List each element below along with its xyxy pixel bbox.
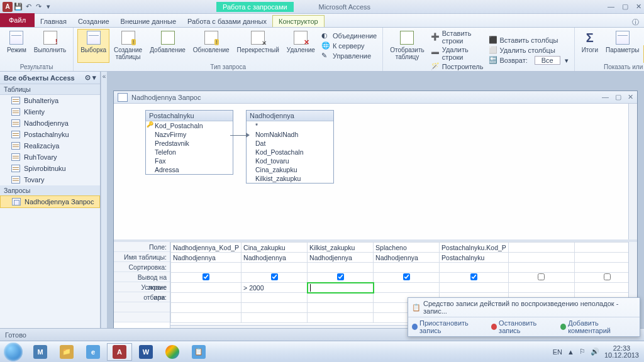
query-window-titlebar[interactable]: Nadhodjennya Запрос — ▢ ✕ — [114, 91, 637, 104]
table-nadhodjennya[interactable]: Nadhodjennya *NomNaklNadhDatKod_Postacha… — [246, 110, 334, 184]
system-tray[interactable]: EN ▲ ⚐ 🔊 22:3310.12.2013 — [548, 345, 644, 359]
qbe-cell[interactable] — [508, 273, 574, 283]
qbe-cell[interactable] — [242, 313, 308, 323]
clock[interactable]: 22:3310.12.2013 — [604, 345, 639, 359]
taskbar-item[interactable]: 📋 — [186, 343, 211, 361]
qbe-cell[interactable] — [508, 253, 574, 263]
crosstab-button[interactable]: Перекрестный — [234, 29, 282, 63]
nav-table-spivrobitnuku[interactable]: Spivrobitnuku — [0, 163, 100, 174]
nav-table-klienty[interactable]: Klienty — [0, 106, 100, 118]
table-header[interactable]: Nadhodjennya — [247, 111, 333, 121]
volume-icon[interactable]: 🔊 — [591, 348, 599, 356]
tab-external-data[interactable]: Внешние данные — [115, 16, 182, 27]
delete-cols-button[interactable]: ⬜Удалить столбцы — [487, 45, 570, 55]
taskbar-item-chrome[interactable] — [160, 343, 185, 361]
win-close-icon[interactable]: ✕ — [628, 93, 633, 101]
qbe-cell[interactable] — [171, 293, 242, 303]
nav-query-item[interactable]: Nadhodjennya Запрос — [0, 195, 100, 208]
qbe-cell[interactable]: Nadhodjennya — [242, 253, 308, 263]
ribbon-help-icon[interactable]: ⓘ — [627, 18, 644, 27]
tray-icon[interactable]: ▲ — [567, 348, 574, 356]
insert-cols-button[interactable]: ⬛Вставить столбцы — [487, 35, 570, 45]
nav-table-nadhodjennya[interactable]: Nadhodjennya — [0, 118, 100, 129]
qbe-cell[interactable]: Cina_zakupku — [242, 243, 308, 253]
qbe-cell[interactable]: Nadhodjennya_Kod_P — [171, 243, 242, 253]
qbe-cell[interactable] — [242, 263, 308, 273]
close-icon[interactable]: ✕ — [636, 3, 641, 11]
win-restore-icon[interactable]: ▢ — [615, 93, 621, 101]
qbe-cell[interactable]: Splacheno — [374, 243, 440, 253]
tab-file[interactable]: Файл — [0, 13, 35, 27]
field-item[interactable]: NomNaklNadh — [247, 130, 333, 139]
show-checkbox[interactable] — [604, 273, 611, 280]
table-postachalnyku[interactable]: Postachalnyku Kod_PostachalnNazvFirmyPre… — [145, 110, 233, 175]
nav-table-ruhtovary[interactable]: RuhTovary — [0, 151, 100, 163]
nav-table-buhalteriya[interactable]: Buhalteriya — [0, 95, 100, 106]
qbe-cell[interactable] — [171, 263, 242, 273]
nav-table-tovary[interactable]: Tovary — [0, 174, 100, 185]
qbe-cell[interactable] — [440, 283, 509, 293]
field-item[interactable]: Adressa — [146, 165, 233, 174]
table-header[interactable]: Postachalnyku — [146, 111, 233, 121]
qbe-cell[interactable] — [171, 313, 242, 323]
qbe-cell[interactable] — [308, 283, 374, 293]
field-item[interactable]: Kod_Postachaln — [247, 148, 333, 156]
qbe-cell[interactable] — [308, 293, 374, 303]
qbe-cell[interactable]: Nadhodjennya — [171, 253, 242, 263]
add-comment-button[interactable]: Добавить комментарий — [560, 319, 636, 334]
qbe-cell[interactable] — [308, 273, 374, 283]
tab-create[interactable]: Создание — [72, 16, 115, 27]
qbe-cell[interactable] — [508, 283, 574, 293]
union-query-button[interactable]: ◐Объединение — [319, 31, 379, 41]
qbe-cell[interactable] — [308, 263, 374, 273]
select-query-button[interactable]: Выборка — [77, 29, 109, 63]
qbe-cell[interactable] — [171, 273, 242, 283]
totals-button[interactable]: ΣИтоги — [579, 29, 601, 63]
qbe-cell[interactable] — [242, 293, 308, 303]
view-button[interactable]: Режим — [4, 29, 30, 63]
field-item[interactable]: * — [247, 121, 333, 130]
show-checkbox[interactable] — [203, 273, 209, 280]
nav-collapse-button[interactable]: « — [101, 72, 107, 341]
field-item[interactable]: Predstavnik — [146, 139, 233, 148]
qat-dropdown-icon[interactable]: ▾ — [44, 3, 53, 11]
qbe-cell[interactable] — [374, 263, 440, 273]
qbe-cell[interactable] — [171, 283, 242, 293]
delete-rows-button[interactable]: ➖Удалить строки — [429, 45, 486, 62]
field-item[interactable]: Telefon — [146, 148, 233, 156]
field-item[interactable]: Cina_zakupku — [247, 165, 333, 174]
parameters-button[interactable]: Параметры — [602, 29, 642, 63]
minimize-icon[interactable]: — — [608, 3, 614, 11]
show-checkbox[interactable] — [337, 273, 344, 280]
taskbar-item[interactable]: M — [28, 343, 53, 361]
field-item[interactable]: NazvFirmy — [146, 130, 233, 139]
qbe-cell[interactable] — [508, 243, 574, 253]
qbe-cell[interactable] — [171, 303, 242, 313]
chevron-down-icon[interactable]: ⊙ ▾ — [85, 74, 96, 82]
tab-database-tools[interactable]: Работа с базами данных — [182, 16, 272, 27]
qbe-cell[interactable] — [242, 273, 308, 283]
append-button[interactable]: Добавление — [147, 29, 189, 63]
delete-query-button[interactable]: Удаление — [284, 29, 318, 63]
field-item[interactable]: Kod_Postachaln — [146, 121, 233, 130]
taskbar-item-word[interactable]: W — [133, 343, 158, 361]
run-button[interactable]: Выполнить — [31, 29, 69, 63]
start-button[interactable] — [0, 341, 26, 363]
qbe-cell[interactable] — [440, 263, 509, 273]
qbe-cell[interactable] — [440, 273, 509, 283]
tab-design[interactable]: Конструктор — [272, 15, 325, 27]
insert-rows-button[interactable]: ➕Вставить строки — [429, 29, 486, 45]
taskbar-item[interactable]: e — [80, 343, 106, 361]
qbe-cell[interactable]: Kilkist_zakupku — [308, 243, 374, 253]
maketable-button[interactable]: Создание таблицы — [111, 29, 145, 63]
qbe-cell[interactable]: Nadhodjennya — [374, 253, 440, 263]
field-item[interactable]: Kilkist_zakupku — [247, 174, 333, 183]
lang-indicator[interactable]: EN — [553, 348, 562, 356]
taskbar-item-access[interactable]: A — [107, 343, 132, 361]
qbe-cell[interactable] — [508, 263, 574, 273]
win-minimize-icon[interactable]: — — [602, 93, 609, 101]
undo-icon[interactable]: ↶ — [24, 3, 33, 11]
qbe-cell[interactable] — [374, 273, 440, 283]
nav-table-postachalnyku[interactable]: Postachalnyku — [0, 129, 100, 140]
vscroll[interactable] — [628, 104, 637, 239]
